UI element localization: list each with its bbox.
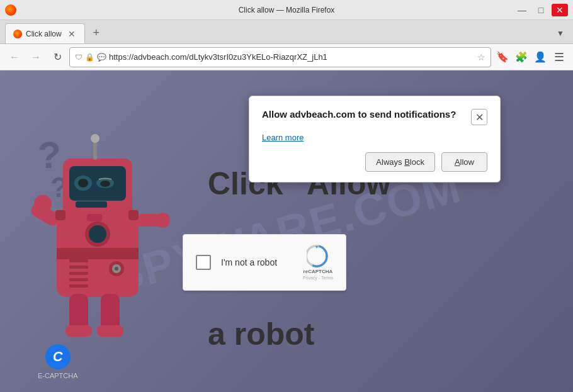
svg-rect-25 [69,266,88,269]
dialog-buttons: Always Block Allow [262,152,487,172]
menu-button[interactable]: ☰ [550,48,568,66]
not-robot-text: a robot [208,316,314,352]
svg-point-20 [34,195,52,213]
tab-chevron-button[interactable]: ▼ [553,26,568,41]
svg-point-6 [78,179,88,188]
ecaptcha-logo: C E-CAPTCHA [38,344,78,379]
svg-point-31 [115,267,118,271]
svg-rect-28 [69,284,88,288]
dialog-header: Allow advbeach.com to send notifications… [262,109,487,125]
lock-icon: 🔒 [85,53,94,62]
always-block-button[interactable]: Always Block [365,152,435,172]
robot-text-area: a robot [208,316,314,352]
captcha-label: I'm not a robot [221,257,277,267]
minimize-button[interactable]: — [514,4,530,16]
title-text: Click allow — Mozilla Firefox [239,6,335,14]
refresh-button[interactable]: ↻ [48,48,67,67]
maximize-button[interactable]: □ [533,4,549,16]
dialog-close-button[interactable]: ✕ [471,109,487,125]
captcha-checkbox[interactable] [196,255,211,270]
svg-rect-17 [97,325,123,337]
dialog-title: Allow advbeach.com to send notifications… [262,109,471,120]
tab-bar: Click allow ✕ + ▼ [0,20,573,44]
svg-rect-24 [69,259,88,262]
svg-rect-10 [87,214,102,221]
notification-dialog: Allow advbeach.com to send notifications… [249,96,501,182]
allow-button[interactable]: Allow [441,152,487,172]
ecaptcha-label: E-CAPTCHA [38,372,78,379]
svg-point-3 [91,134,99,143]
nav-bar: ← → ↻ 🛡 🔒 💬 https://advbeach.com/dLtykv3… [0,44,573,70]
page-content: SPYWARE.COM ? ? [0,70,573,392]
recaptcha-icon [307,245,329,267]
forward-button[interactable]: → [26,48,45,67]
tab-favicon-icon [13,30,22,38]
robot-text: a robot [208,316,314,352]
learn-more-link[interactable]: Learn more [262,133,304,142]
back-button[interactable]: ← [5,48,24,67]
tab-close-button[interactable]: ✕ [67,29,77,39]
svg-rect-22 [55,210,65,220]
svg-rect-23 [128,210,139,220]
svg-rect-11 [57,248,139,259]
always-block-label: Always Block [376,157,424,167]
recaptcha-subtext: Privacy - Terms [303,276,333,280]
firefox-logo-icon [5,4,16,16]
title-bar: Click allow — Mozilla Firefox — □ ✕ [0,0,573,20]
security-shield-icon: 🛡 [75,53,82,62]
close-window-button[interactable]: ✕ [552,4,568,16]
nav-right-buttons: 🔖 🧩 👤 ☰ [494,48,568,66]
notification-icon: 💬 [97,53,106,62]
allow-label: Allow [455,157,474,167]
svg-point-21 [155,213,170,228]
active-tab[interactable]: Click allow ✕ [5,23,85,43]
url-bar[interactable]: 🛡 🔒 💬 https://advbeach.com/dLtykv3tsrI0z… [69,47,491,67]
title-bar-left [5,4,16,16]
ecaptcha-icon: C [45,344,71,369]
svg-rect-26 [69,272,88,275]
bookmarks-button[interactable]: 🔖 [494,48,511,66]
new-tab-button[interactable]: + [88,24,105,42]
extensions-button[interactable]: 🧩 [513,48,530,66]
svg-rect-16 [65,325,92,337]
svg-marker-32 [315,246,318,249]
svg-rect-9 [76,201,107,208]
svg-point-8 [100,181,110,187]
window-title: Click allow — Mozilla Firefox [0,6,573,14]
svg-rect-27 [69,278,88,281]
tab-bar-right: ▼ [553,26,568,41]
recaptcha-title: reCAPTCHA [304,269,333,274]
sync-button[interactable]: 👤 [531,48,549,66]
recaptcha-logo: reCAPTCHA Privacy - Terms [303,245,333,280]
browser-window: Click allow — Mozilla Firefox — □ ✕ Clic… [0,0,573,392]
url-text: https://advbeach.com/dLtykv3tsrI0zu3YkEL… [109,52,475,62]
bookmark-star-icon[interactable]: ☆ [477,52,485,62]
svg-point-13 [89,225,106,243]
captcha-widget: I'm not a robot reCAPTCHA Privacy - Term… [183,234,346,291]
robot-svg [19,108,170,347]
tab-title: Click allow [26,30,62,38]
title-bar-controls: — □ ✕ [514,4,568,16]
